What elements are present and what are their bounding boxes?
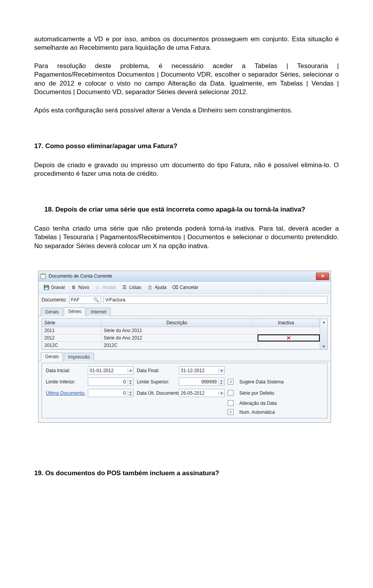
grid-scrollbar[interactable]: ▴ ▾ bbox=[320, 319, 327, 349]
series-grid: Série Descrição Inactiva 2011 Série do A… bbox=[42, 318, 328, 350]
grid-header: Série Descrição Inactiva bbox=[42, 319, 320, 327]
answer-18: Caso tenha criado uma série que não pret… bbox=[34, 224, 339, 250]
num-automatica-checkbox[interactable] bbox=[228, 409, 234, 415]
cell-desc: Série do Ano 2011 bbox=[101, 327, 258, 334]
ultimo-documento-input[interactable]: 0▴▾ bbox=[88, 389, 134, 397]
data-final-input[interactable]: 31-12-2012▾ bbox=[179, 366, 225, 374]
cell-serie: 2011 bbox=[42, 327, 101, 334]
cell-serie: 2012C bbox=[42, 342, 101, 348]
close-icon: ✕ bbox=[321, 274, 324, 279]
data-ult-doc-input[interactable]: 26-05-2012▾ bbox=[179, 389, 225, 397]
table-row[interactable]: 2012 Série do Ano 2012 ✕ bbox=[42, 334, 320, 342]
anular-label: Anular bbox=[103, 285, 116, 290]
cancel-icon: ⌫ bbox=[172, 284, 178, 290]
num-automatica-label: Num. Automática bbox=[239, 410, 305, 415]
tab-gerais-lower[interactable]: Gerais bbox=[41, 352, 63, 361]
tab-gerais-upper[interactable]: Gerais bbox=[41, 308, 63, 316]
list-icon: ☰ bbox=[121, 284, 127, 290]
alteracao-data-checkbox[interactable] bbox=[228, 400, 234, 406]
documento-desc-input[interactable]: V/Factura bbox=[103, 296, 328, 304]
data-ult-doc-label: Data Últ. Documento: bbox=[137, 390, 176, 396]
documento-label: Documento: bbox=[42, 297, 67, 303]
cell-serie: 2012 bbox=[42, 335, 101, 341]
help-icon: ⍰ bbox=[147, 284, 153, 290]
data-ult-doc-value: 26-05-2012 bbox=[179, 390, 218, 396]
data-final-label: Data Final: bbox=[137, 368, 176, 373]
dropdown-icon[interactable]: ▾ bbox=[127, 369, 133, 373]
question-19-heading: 19. Os documentos do POS também incluem … bbox=[34, 469, 339, 477]
col-inactiva[interactable]: Inactiva bbox=[253, 319, 320, 327]
tab-impressao[interactable]: Impressão bbox=[64, 353, 94, 361]
listas-label: Listas bbox=[129, 285, 141, 290]
question-17-text: Como posso eliminar/apagar uma Fatura? bbox=[45, 142, 177, 150]
fields-panel: Data Inicial: 01-01-2012▾ Data Final: 31… bbox=[42, 363, 328, 418]
titlebar[interactable]: Documento de Conta Corrente ✕ bbox=[38, 271, 331, 282]
cancelar-button[interactable]: ⌫ Cancelar bbox=[169, 284, 200, 291]
col-descricao[interactable]: Descrição bbox=[101, 319, 253, 327]
cell-inactiva[interactable] bbox=[258, 342, 320, 349]
sugere-data-checkbox[interactable] bbox=[228, 379, 234, 385]
serie-defeito-label: Série por Defeito bbox=[239, 390, 305, 396]
anular-button: ⎌ Anular bbox=[92, 284, 119, 291]
dropdown-icon[interactable]: ▾ bbox=[218, 369, 224, 373]
spin-up-icon[interactable]: ▴ bbox=[128, 390, 133, 393]
tab-series[interactable]: Séries bbox=[64, 307, 85, 316]
limite-inferior-label: Limite Inferior: bbox=[46, 379, 85, 385]
toolbar: 💾 Gravar 🗎 Novo ⎌ Anular ☰ Listas ⍰ Ajud… bbox=[38, 282, 331, 294]
question-19-number: 19. bbox=[34, 469, 44, 477]
cell-desc: 2012C bbox=[101, 342, 258, 348]
document-row: Documento: FAF 🔍 V/Factura bbox=[38, 294, 331, 306]
limite-inferior-value: 0 bbox=[88, 379, 127, 385]
limite-inferior-input[interactable]: 0▴▾ bbox=[88, 378, 134, 386]
paragraph-2: Para resolução deste problema, é necessá… bbox=[34, 62, 339, 97]
documento-code-value: FAF bbox=[71, 297, 80, 303]
table-row[interactable]: 2011 Série do Ano 2011 bbox=[42, 327, 320, 334]
limite-superior-label: Limite Superior: bbox=[137, 379, 176, 385]
ultimo-documento-label[interactable]: Último Documento: bbox=[46, 390, 85, 396]
ajuda-label: Ajuda bbox=[155, 285, 167, 290]
spin-up-icon[interactable]: ▴ bbox=[128, 379, 133, 382]
cell-inactiva[interactable]: ✕ bbox=[258, 334, 320, 341]
question-18-heading: 18. Depois de criar uma série que está i… bbox=[34, 205, 339, 214]
question-17-heading: 17. Como posso eliminar/apagar uma Fatur… bbox=[34, 142, 339, 150]
scroll-down-icon[interactable]: ▾ bbox=[323, 344, 325, 348]
anular-icon: ⎌ bbox=[95, 284, 101, 290]
question-19-text: Os documentos do POS também incluem a as… bbox=[45, 469, 219, 477]
window-icon bbox=[40, 273, 46, 279]
tab-internet[interactable]: Internet bbox=[86, 308, 111, 316]
spin-up-icon[interactable]: ▴ bbox=[219, 379, 224, 382]
close-button[interactable]: ✕ bbox=[316, 273, 329, 280]
x-icon: ✕ bbox=[286, 335, 291, 341]
gravar-label: Gravar bbox=[51, 285, 65, 290]
gravar-button[interactable]: 💾 Gravar bbox=[41, 284, 68, 291]
search-icon[interactable]: 🔍 bbox=[93, 297, 99, 303]
data-inicial-label: Data Inicial: bbox=[46, 368, 85, 373]
limite-superior-input[interactable]: 999999▴▾ bbox=[179, 378, 225, 386]
cell-inactiva[interactable] bbox=[258, 327, 320, 334]
paragraph-1: automaticamente a VD e por isso, ambos o… bbox=[34, 35, 339, 52]
new-icon: 🗎 bbox=[71, 284, 77, 290]
listas-button[interactable]: ☰ Listas bbox=[119, 284, 143, 291]
novo-button[interactable]: 🗎 Novo bbox=[68, 284, 92, 291]
ajuda-button[interactable]: ⍰ Ajuda bbox=[145, 284, 169, 291]
dialog-window: Documento de Conta Corrente ✕ 💾 Gravar 🗎… bbox=[38, 271, 331, 423]
col-serie[interactable]: Série bbox=[42, 319, 101, 327]
spin-down-icon[interactable]: ▾ bbox=[219, 382, 224, 385]
spin-down-icon[interactable]: ▾ bbox=[128, 393, 133, 396]
lower-tabstrip: Gerais Impressão bbox=[38, 351, 331, 361]
serie-defeito-checkbox[interactable] bbox=[228, 390, 234, 396]
question-18-text: Depois de criar uma série que está incor… bbox=[55, 206, 305, 213]
svg-rect-1 bbox=[41, 274, 45, 275]
upper-tabstrip: Gerais Séries Internet bbox=[38, 306, 331, 316]
paragraph-3: Após esta configuração será possível alt… bbox=[34, 106, 339, 115]
table-row[interactable]: 2012C 2012C bbox=[42, 342, 320, 349]
spin-down-icon[interactable]: ▾ bbox=[128, 382, 133, 385]
data-inicial-input[interactable]: 01-01-2012▾ bbox=[88, 366, 134, 374]
data-final-value: 31-12-2012 bbox=[179, 368, 218, 373]
scroll-up-icon[interactable]: ▴ bbox=[323, 320, 325, 324]
dropdown-icon[interactable]: ▾ bbox=[218, 391, 224, 395]
save-icon: 💾 bbox=[43, 284, 49, 290]
window-title: Documento de Conta Corrente bbox=[49, 273, 316, 279]
documento-code-input[interactable]: FAF 🔍 bbox=[69, 296, 101, 304]
cell-desc: Série do Ano 2012 bbox=[101, 335, 258, 341]
